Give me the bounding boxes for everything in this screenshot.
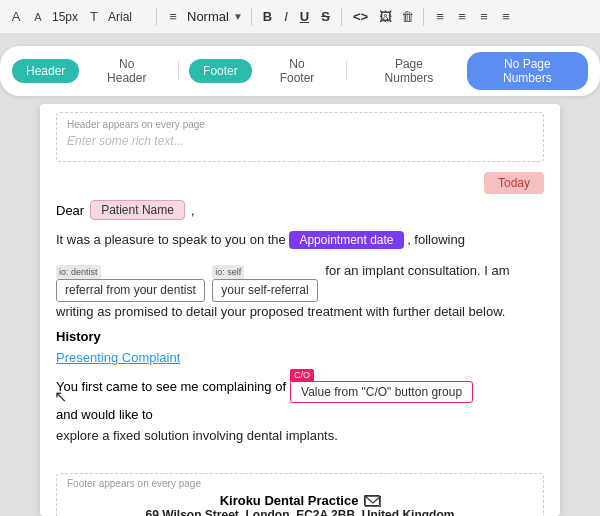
italic-btn[interactable]: I	[281, 7, 291, 26]
today-btn[interactable]: Today	[484, 172, 544, 194]
toggle-sep-1	[178, 61, 179, 81]
para1-post: , following	[407, 232, 465, 247]
toolbar-divider-2	[251, 8, 252, 26]
appointment-date-chip[interactable]: Appointment date	[289, 231, 403, 249]
header-placeholder: Enter some rich text...	[67, 134, 533, 148]
text-case-icon[interactable]: A	[8, 9, 24, 25]
list-icon[interactable]: ≡	[165, 9, 181, 25]
header-label: Header appears on every page	[67, 119, 533, 130]
footer-btn[interactable]: Footer	[189, 59, 252, 83]
main-area: Header No Header Footer No Footer Page N…	[0, 34, 600, 516]
style-label: Normal	[187, 9, 229, 24]
co-badge: C/O	[290, 369, 314, 381]
header-btn[interactable]: Header	[12, 59, 79, 83]
align-left-icon[interactable]: ≡	[432, 9, 448, 25]
align-justify-icon[interactable]: ≡	[498, 9, 514, 25]
underline-btn[interactable]: U	[297, 7, 312, 26]
co-row: You first came to see me complaining of …	[56, 369, 544, 422]
toolbar: A A 15px T Arial ≡ Normal ▼ B I U S <> 🖼…	[0, 0, 600, 34]
patient-name-chip[interactable]: Patient Name	[90, 200, 185, 220]
date-row: Today	[40, 166, 560, 198]
mail-icon	[364, 495, 380, 506]
chevron-down-icon: ▼	[233, 11, 243, 22]
align-center-icon[interactable]: ≡	[454, 9, 470, 25]
doc-body-2: io: dentist referral from your dentist i…	[40, 259, 560, 325]
bold-btn[interactable]: B	[260, 7, 275, 26]
self-referral-chip[interactable]: your self-referral	[212, 279, 317, 302]
strikethrough-btn[interactable]: S	[318, 7, 333, 26]
code-btn[interactable]: <>	[350, 7, 371, 26]
toolbar-divider-1	[156, 8, 157, 26]
no-page-numbers-btn[interactable]: No Page Numbers	[467, 52, 588, 90]
io-dentist-label: io: dentist	[56, 265, 101, 279]
toolbar-divider-4	[423, 8, 424, 26]
co-suffix: and would like to	[56, 407, 153, 422]
history-title: History	[56, 329, 544, 344]
no-header-btn[interactable]: No Header	[85, 52, 168, 90]
toggle-sep-2	[346, 61, 347, 81]
text-format-icon[interactable]: A	[30, 9, 46, 25]
header-section[interactable]: Header appears on every page Enter some …	[56, 112, 544, 162]
footer-section[interactable]: Footer appears on every page Kiroku Dent…	[56, 473, 544, 516]
co-value-chip[interactable]: Value from "C/O" button group	[290, 381, 473, 403]
referral-chip[interactable]: referral from your dentist	[56, 279, 205, 302]
io-self-label: io: self	[212, 265, 244, 279]
footer-practice: Kiroku Dental Practice	[67, 493, 533, 508]
dear-line: Dear Patient Name ,	[40, 198, 560, 226]
font-type-icon: T	[86, 9, 102, 25]
footer-address: 69 Wilson Street, London, EC2A 2BB, Unit…	[67, 508, 533, 516]
no-footer-btn[interactable]: No Footer	[258, 52, 336, 90]
image-icon[interactable]: 🖼	[377, 9, 393, 25]
footer-label: Footer appears on every page	[67, 478, 533, 489]
page-numbers-btn[interactable]: Page Numbers	[357, 52, 461, 90]
presenting-complaint-link[interactable]: Presenting Complaint	[56, 350, 544, 365]
toolbar-divider-3	[341, 8, 342, 26]
style-select[interactable]: Normal ▼	[187, 9, 243, 24]
align-right-icon[interactable]: ≡	[476, 9, 492, 25]
footer-practice-name: Kiroku Dental Practice	[220, 493, 359, 508]
font-size[interactable]: 15px	[52, 10, 80, 24]
para1-pre: It was a pleasure to speak to you on the	[56, 232, 286, 247]
co-line2: explore a fixed solution involving denta…	[56, 424, 544, 455]
co-badge-container: C/O Value from "C/O" button group	[290, 369, 473, 403]
dear-prefix: Dear	[56, 203, 84, 218]
dear-comma: ,	[191, 203, 195, 218]
co-prefix: You first came to see me complaining of	[56, 379, 286, 394]
doc-page: Header appears on every page Enter some …	[40, 104, 560, 516]
history-section: History Presenting Complaint You first c…	[40, 325, 560, 463]
footer-content: Kiroku Dental Practice 69 Wilson Street,…	[67, 493, 533, 516]
delete-icon[interactable]: 🗑	[399, 9, 415, 25]
doc-body-1: It was a pleasure to speak to you on the…	[40, 226, 560, 259]
font-name[interactable]: Arial	[108, 10, 148, 24]
toggle-bar: Header No Header Footer No Footer Page N…	[0, 46, 600, 96]
